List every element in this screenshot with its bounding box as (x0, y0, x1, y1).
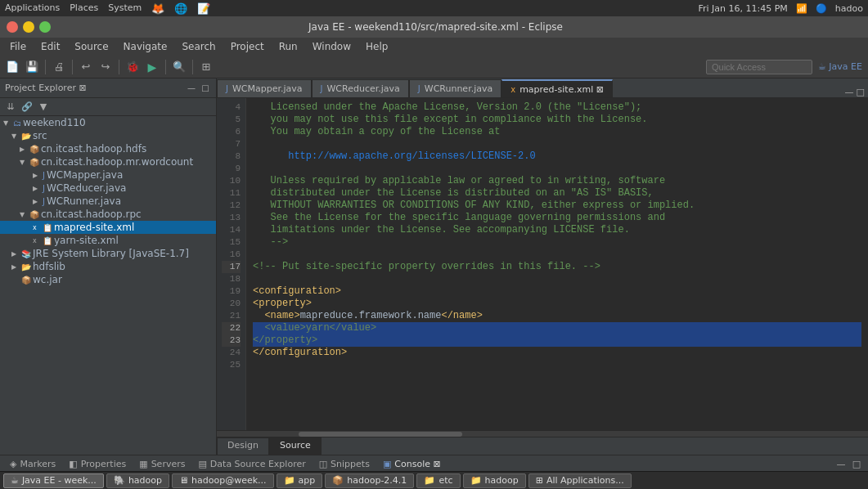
toolbar-perspectives[interactable]: ⊞ (197, 58, 215, 76)
tree-item-wcrunner[interactable]: ▶ J WCRunner.java (0, 195, 216, 208)
scroll-thumb[interactable] (299, 432, 462, 437)
quick-access-area: ☕ Java EE (706, 58, 865, 76)
line-num-11: 11 (222, 187, 241, 200)
tree-item-hdfslib[interactable]: ▶ 📂 hdfslib (0, 260, 216, 273)
title-bar-controls[interactable] (7, 21, 51, 33)
toolbar-new[interactable]: 📄 (3, 58, 21, 76)
menu-navigate[interactable]: Navigate (117, 39, 174, 54)
tab-mapred[interactable]: x mapred-site.xml ⊠ (501, 79, 613, 97)
tree-item-rpc[interactable]: ▼ 📦 cn.itcast.hadoop.rpc (0, 208, 216, 221)
taskbar-hadoop241[interactable]: 📦 hadoop-2.4.1 (325, 473, 414, 488)
tree-item-weekend110[interactable]: ▼ 🗂 weekend110 (0, 116, 216, 129)
firefox-icon[interactable]: 🦊 (151, 2, 164, 15)
source-tab[interactable]: Source (269, 437, 322, 455)
tree-label: yarn-site.xml (54, 235, 119, 246)
toolbar-print[interactable]: 🖨 (50, 58, 68, 76)
toolbar-save[interactable]: 💾 (23, 58, 41, 76)
taskbar-javaee[interactable]: ☕ Java EE - week... (3, 473, 104, 488)
taskbar-hadoop[interactable]: 🐘 hadoop (106, 473, 169, 488)
line-num-10: 10 (222, 175, 241, 187)
code-line-12: WITHOUT WARRANTIES OR CONDITIONS OF ANY … (253, 200, 861, 212)
expand-icon: ▶ (11, 250, 20, 258)
code-line-21: <name>mapreduce.framework.name</name> (253, 310, 861, 322)
toolbar-redo[interactable]: ↪ (97, 58, 115, 76)
tree-label: cn.itcast.hadoop.mr.wordcount (41, 156, 193, 168)
link-editor-btn[interactable]: 🔗 (20, 100, 34, 114)
tab-minimize-btn[interactable]: — (845, 87, 854, 97)
tab-snippets[interactable]: ◫ Snippets (314, 457, 375, 471)
minimize-button[interactable] (23, 21, 34, 33)
tab-properties[interactable]: ◧ Properties (64, 457, 131, 471)
line-num-25: 25 (222, 359, 241, 371)
panel-menu-btn[interactable]: ▼ (36, 100, 51, 114)
library-icon: 📚 (21, 249, 31, 258)
tab-markers[interactable]: ◈ Markers (5, 457, 61, 471)
panel-minimize-btn[interactable]: — (186, 83, 197, 94)
tab-data-source[interactable]: ▤ Data Source Explorer (193, 457, 310, 471)
system-menu[interactable]: System (108, 2, 142, 15)
folder-icon: 📂 (21, 262, 31, 271)
xml-file-icon: x (510, 85, 515, 94)
tree-item-wordcount[interactable]: ▼ 📦 cn.itcast.hadoop.mr.wordcount (0, 155, 216, 168)
app-icon-2[interactable]: 🌐 (174, 2, 187, 15)
menu-file[interactable]: File (3, 39, 33, 54)
console-maximize-btn[interactable]: □ (850, 458, 863, 471)
menu-window[interactable]: Window (306, 39, 358, 54)
menu-search[interactable]: Search (175, 39, 222, 54)
menu-edit[interactable]: Edit (34, 39, 66, 54)
expand-icon: ▼ (20, 211, 28, 218)
tab-label: Snippets (331, 459, 370, 469)
line-num-8: 8 (222, 150, 241, 163)
perspective-javaee[interactable]: ☕ Java EE (816, 58, 865, 76)
menu-project[interactable]: Project (224, 39, 271, 54)
horizontal-scrollbar[interactable] (217, 430, 868, 437)
taskbar-hadoop-dir[interactable]: 📁 hadoop (463, 473, 526, 488)
taskbar-app[interactable]: 📁 app (277, 473, 323, 488)
design-tab[interactable]: Design (217, 437, 269, 455)
tab-wcreducer[interactable]: J WCReducer.java (312, 79, 409, 97)
tree-label: cn.itcast.hadoop.rpc (41, 209, 142, 220)
console-tabs: ◈ Markers ◧ Properties ▦ Servers ▤ Data … (5, 457, 828, 471)
code-line-23: </property> (253, 334, 861, 347)
tree-label: hdfslib (33, 261, 65, 272)
tree-item-yarn[interactable]: x 📋 yarn-site.xml (0, 234, 216, 247)
code-content[interactable]: Licensed under the Apache License, Versi… (246, 98, 868, 430)
taskbar-etc[interactable]: 📁 etc (416, 473, 460, 488)
tab-maximize-btn[interactable]: □ (857, 87, 865, 97)
tree-item-hdfs[interactable]: ▶ 📦 cn.itcast.hadoop.hdfs (0, 142, 216, 155)
app-menu[interactable]: Applications (5, 2, 60, 15)
taskbar-terminal[interactable]: 🖥 hadoop@week... (172, 473, 274, 488)
line-numbers: 4 5 6 7 8 9 10 11 12 13 14 15 16 17 18 1… (217, 98, 246, 430)
places-menu[interactable]: Places (70, 2, 98, 15)
menu-help[interactable]: Help (359, 39, 394, 54)
tree-item-wcjar[interactable]: 📦 wc.jar (0, 273, 216, 286)
tree-item-src[interactable]: ▼ 📂 src (0, 129, 216, 142)
taskbar-all-apps[interactable]: ⊞ All Applications... (528, 473, 632, 488)
line-num-16: 16 (222, 249, 241, 261)
close-button[interactable] (7, 21, 18, 33)
toolbar-run[interactable]: ▶ (143, 58, 161, 76)
expand-icon: ▶ (11, 263, 20, 271)
tab-wcmapper[interactable]: J WCMapper.java (217, 79, 312, 97)
tree-item-mapred[interactable]: x 📋 mapred-site.xml (0, 221, 216, 234)
quick-access-input[interactable] (706, 60, 812, 74)
tab-console[interactable]: ▣ Console ⊠ (378, 457, 446, 471)
panel-maximize-btn[interactable]: □ (200, 83, 211, 94)
maximize-button[interactable] (39, 21, 51, 33)
expand-icon: ▼ (11, 132, 20, 140)
app-icon-3[interactable]: 📝 (197, 2, 210, 15)
tab-servers[interactable]: ▦ Servers (134, 457, 190, 471)
tab-wcrunner[interactable]: J WCRunner.java (409, 79, 501, 97)
toolbar-undo[interactable]: ↩ (77, 58, 95, 76)
tree-item-jre[interactable]: ▶ 📚 JRE System Library [JavaSE-1.7] (0, 247, 216, 260)
toolbar-search[interactable]: 🔍 (170, 58, 188, 76)
tree-item-wcreducer[interactable]: ▶ J WCReducer.java (0, 182, 216, 195)
tree-item-wcmapper[interactable]: ▶ J WCMapper.java (0, 168, 216, 182)
collapse-all-btn[interactable]: ⇊ (3, 100, 18, 114)
menu-source[interactable]: Source (68, 39, 115, 54)
console-minimize-btn[interactable]: — (834, 458, 848, 471)
panel-controls[interactable]: — □ (186, 83, 211, 94)
project-icon: 🗂 (13, 119, 21, 128)
toolbar-debug[interactable]: 🐞 (124, 58, 142, 76)
menu-run[interactable]: Run (272, 39, 304, 54)
